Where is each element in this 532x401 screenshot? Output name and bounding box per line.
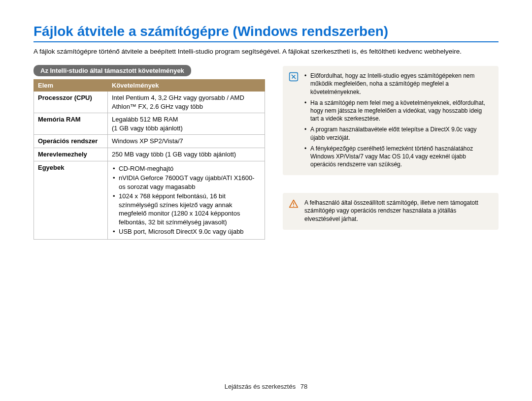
row-label-cpu: Processzor (CPU) [34,92,108,113]
other-item: CD-ROM-meghajtó [112,164,261,173]
table-header-item: Elem [34,80,108,92]
table-row: Egyebek CD-ROM-meghajtó nVIDIA Geforce 7… [34,161,265,239]
note-icon [289,72,299,168]
section-heading: Az Intelli-studio által támasztott követ… [33,65,191,76]
note-item: A fényképezőgép cserélhető lemezként tör… [304,145,492,169]
row-value-hdd: 250 MB vagy több (1 GB vagy több ajánlot… [108,148,265,161]
note-callout: Előfordulhat, hogy az Intelli-studio egy… [283,66,499,175]
ram-line1: Legalább 512 MB RAM [112,116,178,123]
left-column: Az Intelli-studio által támasztott követ… [33,65,265,247]
table-row: Operációs rendszer Windows XP SP2/Vista/… [34,135,265,148]
row-label-os: Operációs rendszer [34,135,108,148]
row-label-ram: Memória RAM [34,113,108,135]
note-list: Előfordulhat, hogy az Intelli-studio egy… [304,72,492,168]
row-value-os: Windows XP SP2/Vista/7 [108,135,265,148]
table-row: Memória RAM Legalább 512 MB RAM (1 GB va… [34,113,265,135]
warning-text: A felhasználó által összeállított számít… [304,199,492,223]
right-column: Előfordulhat, hogy az Intelli-studio egy… [283,65,499,247]
row-value-ram: Legalább 512 MB RAM (1 GB vagy több aján… [108,113,265,135]
requirements-table: Elem Követelmények Processzor (CPU) Inte… [33,79,265,240]
ram-line2: (1 GB vagy több ajánlott) [112,124,183,132]
table-header-req: Követelmények [108,80,265,92]
row-label-hdd: Merevlemezhely [34,148,108,161]
footer-section: Lejátszás és szerkesztés [225,383,296,390]
footer-page-number: 78 [300,383,307,390]
two-column-layout: Az Intelli-studio által támasztott követ… [33,65,499,247]
row-label-other: Egyebek [34,161,108,239]
warning-callout: A felhasználó által összeállított számít… [283,193,499,230]
page-title: Fájlok átvitele a számítógépre (Windows … [33,24,499,42]
row-value-cpu: Intel Pentium 4, 3,2 GHz vagy gyorsabb /… [108,92,265,113]
other-item: USB port, Microsoft DirectX 9.0c vagy új… [112,227,261,236]
intro-text: A fájlok számítógépre történő átvitele a… [33,47,499,56]
other-item: nVIDIA Geforce 7600GT vagy újabb/ATI X16… [112,174,261,191]
table-row: Processzor (CPU) Intel Pentium 4, 3,2 GH… [34,92,265,113]
row-value-other: CD-ROM-meghajtó nVIDIA Geforce 7600GT va… [108,161,265,239]
warning-icon [289,199,299,223]
table-row: Merevlemezhely 250 MB vagy több (1 GB va… [34,148,265,161]
page-footer: Lejátszás és szerkesztés 78 [0,383,532,390]
page: Fájlok átvitele a számítógépre (Windows … [0,0,532,247]
note-item: Előfordulhat, hogy az Intelli-studio egy… [304,72,492,96]
note-item: A program használatbavétele előtt telepí… [304,125,492,141]
other-item: 1024 x 768 képpont felbontású, 16 bit sz… [112,192,261,226]
svg-point-2 [293,206,294,207]
note-item: Ha a számítógép nem felel meg a követelm… [304,99,492,123]
